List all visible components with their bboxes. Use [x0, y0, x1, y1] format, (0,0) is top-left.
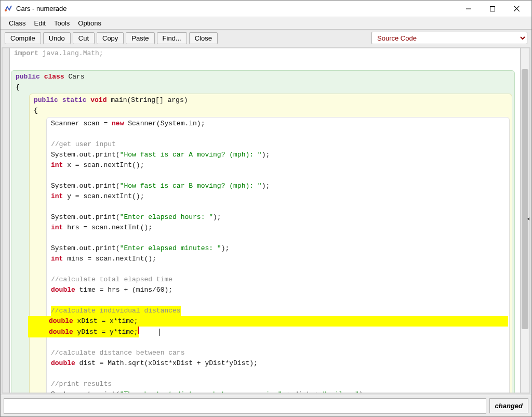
- compile-button[interactable]: Compile: [5, 32, 41, 44]
- code-keyword: double: [51, 359, 75, 367]
- code-comment: //calculate distance between cars: [51, 349, 184, 357]
- copy-button[interactable]: Copy: [97, 32, 124, 44]
- text-cursor-icon: [159, 329, 160, 336]
- code-text: y = scan.nextInt();: [63, 192, 144, 200]
- code-method-sig: main(String[] args): [111, 96, 188, 104]
- code-text: System.out.print(: [51, 151, 120, 159]
- app-window: Cars - numerade Class Edit Tools Options…: [0, 0, 532, 417]
- statusbar: changed: [1, 395, 531, 416]
- code-keyword: int: [51, 192, 63, 200]
- code-text: System.out.print(: [51, 390, 120, 393]
- code-text: x = scan.nextInt();: [63, 161, 144, 169]
- code-text: );: [262, 182, 270, 190]
- code-text: dist = Math.sqrt(xDist*xDist + yDist*yDi…: [75, 359, 258, 367]
- code-editor[interactable]: import java.lang.Math; public class Cars…: [10, 48, 520, 393]
- toolbar: Compile Undo Cut Copy Paste Find... Clos…: [1, 30, 531, 46]
- code-classname: Cars: [68, 73, 84, 81]
- code-keyword: class: [44, 73, 64, 81]
- app-icon: [4, 4, 13, 14]
- status-changed-label: changed: [489, 398, 528, 413]
- code-text: java.lang.Math;: [38, 49, 103, 57]
- code-text: System.out.print(: [51, 244, 120, 252]
- code-keyword: double: [49, 328, 73, 336]
- close-editor-button[interactable]: Close: [189, 32, 218, 44]
- method-scope: public static void main(String[] args) {…: [29, 94, 512, 393]
- code-text: );: [213, 213, 221, 221]
- code-brace: {: [14, 82, 513, 93]
- code-text: );: [262, 151, 270, 159]
- class-scope: public class Cars { public static void m…: [11, 70, 515, 393]
- highlighted-line: double xDist = x*time;: [28, 316, 508, 327]
- code-text: xDist = x*time;: [73, 317, 138, 325]
- minimize-button[interactable]: [457, 1, 481, 17]
- window-title: Cars - numerade: [16, 5, 67, 12]
- code-comment: //get user input: [51, 140, 116, 148]
- code-text: yDist = y*time;: [73, 328, 138, 336]
- window-controls: [457, 1, 528, 17]
- maximize-button[interactable]: [481, 1, 504, 17]
- code-text: hrs = scan.nextInt();: [63, 224, 152, 231]
- close-button[interactable]: [504, 1, 528, 17]
- code-text: + dist +: [282, 390, 323, 393]
- method-body: Scanner scan = new Scanner(System.in); /…: [46, 117, 510, 393]
- code-text: Scanner scan =: [51, 120, 112, 127]
- code-keyword: new: [112, 120, 124, 127]
- code-string: "How fast is car A moving? (mph): ": [120, 151, 262, 159]
- svg-rect-2: [490, 6, 495, 11]
- editor-area: import java.lang.Math; public class Cars…: [2, 47, 530, 394]
- code-text: System.out.print(: [51, 213, 120, 221]
- titlebar: Cars - numerade: [1, 1, 531, 17]
- scroll-marker-icon: [526, 215, 530, 221]
- code-keyword: public: [34, 96, 58, 104]
- code-string: "Enter elapsed minutes: ": [120, 244, 221, 252]
- svg-point-0: [5, 9, 7, 11]
- cut-button[interactable]: Cut: [73, 32, 95, 44]
- menu-edit[interactable]: Edit: [30, 18, 50, 28]
- code-keyword: double: [49, 317, 73, 325]
- undo-button[interactable]: Undo: [43, 32, 71, 44]
- code-text: time = hrs + (mins/60);: [75, 286, 172, 294]
- highlighted-line: double yDist = y*time;: [28, 327, 139, 337]
- code-string: "Enter elapsed hours: ": [120, 213, 213, 221]
- menu-tools[interactable]: Tools: [50, 18, 74, 28]
- paste-button[interactable]: Paste: [126, 32, 154, 44]
- code-keyword: double: [51, 286, 75, 294]
- code-keyword: int: [51, 161, 63, 169]
- code-text: import: [14, 49, 38, 57]
- code-comment: //print results: [51, 380, 112, 388]
- code-comment: //calculate individual distances: [51, 307, 181, 315]
- menu-options[interactable]: Options: [74, 18, 105, 28]
- code-string: "How fast is car B moving? (mph): ": [120, 182, 262, 190]
- code-text: System.out.print(: [51, 182, 120, 190]
- view-selector[interactable]: Source Code: [371, 32, 527, 44]
- code-string: " miles.": [323, 390, 359, 393]
- code-keyword: int: [51, 224, 63, 231]
- scrollbar-thumb[interactable]: [522, 69, 528, 329]
- status-message-input[interactable]: [4, 398, 486, 414]
- code-keyword: static: [62, 96, 87, 104]
- code-keyword: int: [51, 255, 63, 263]
- vertical-scrollbar[interactable]: [520, 48, 529, 393]
- code-text: mins = scan.nextInt();: [63, 255, 156, 263]
- code-string: "The shortest distance between cars is ": [120, 390, 282, 393]
- breakpoint-gutter[interactable]: [3, 48, 10, 393]
- menu-class[interactable]: Class: [5, 18, 30, 28]
- code-comment: //calculate total elapsed time: [51, 276, 172, 283]
- menubar: Class Edit Tools Options: [1, 17, 531, 30]
- code-keyword: public: [16, 73, 40, 81]
- code-text: );: [221, 244, 230, 252]
- find-button[interactable]: Find...: [157, 32, 187, 44]
- code-brace: {: [32, 106, 511, 116]
- code-keyword: void: [90, 96, 107, 104]
- code-text: );: [359, 390, 367, 393]
- code-text: Scanner(System.in);: [124, 120, 205, 127]
